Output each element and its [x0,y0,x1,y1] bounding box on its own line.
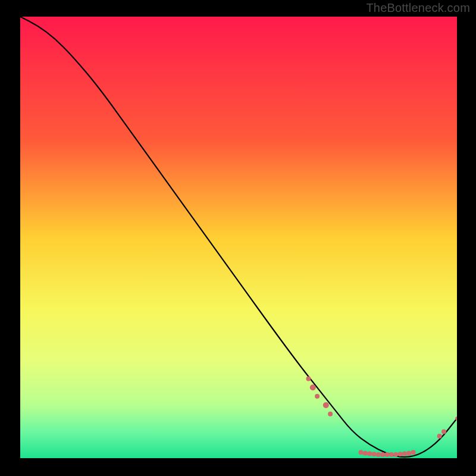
marker-point [402,452,407,456]
marker-point [393,452,398,457]
marker-point [310,384,316,390]
marker-point [372,452,377,456]
marker-point [406,451,411,456]
plot-background [20,17,457,458]
plot-svg [20,17,457,458]
marker-point [363,451,368,456]
marker-point [380,452,385,457]
marker-point [411,450,416,455]
marker-point [306,376,311,381]
marker-point [437,434,442,439]
bottleneck-plot [20,17,457,458]
marker-point [389,452,394,457]
marker-point [385,452,390,457]
watermark-text: TheBottleneck.com [366,1,470,15]
marker-point [323,402,329,408]
marker-point [367,452,372,456]
marker-point [359,450,364,455]
marker-point [376,452,381,457]
marker-point [398,452,403,456]
marker-point [315,394,320,399]
marker-point [328,412,333,416]
marker-point [441,429,446,434]
chart-frame: TheBottleneck.com [0,0,476,476]
